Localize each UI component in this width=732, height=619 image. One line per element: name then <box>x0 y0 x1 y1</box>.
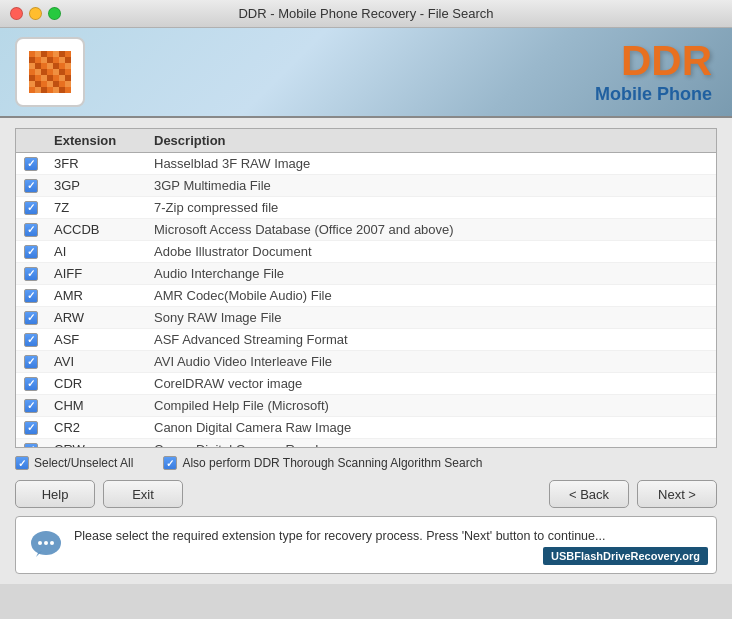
svg-rect-24 <box>41 69 47 75</box>
row-checkbox[interactable] <box>24 223 38 237</box>
table-row[interactable]: 3GP3GP Multimedia File <box>16 175 716 197</box>
also-perform-checkbox[interactable] <box>163 456 177 470</box>
table-row[interactable]: 7Z7-Zip compressed file <box>16 197 716 219</box>
back-button[interactable]: < Back <box>549 480 629 508</box>
row-extension: AIFF <box>54 266 154 281</box>
info-text: Please select the required extension typ… <box>74 527 704 546</box>
table-row[interactable]: AIAdobe Illustrator Document <box>16 241 716 263</box>
check-col-header <box>24 133 54 148</box>
select-all-area[interactable]: Select/Unselect All <box>15 456 133 470</box>
table-row[interactable]: ASFASF Advanced Streaming Format <box>16 329 716 351</box>
svg-rect-19 <box>53 63 59 69</box>
maximize-button[interactable] <box>48 7 61 20</box>
svg-rect-46 <box>47 87 53 93</box>
row-checkbox[interactable] <box>24 355 38 369</box>
table-row[interactable]: AMRAMR Codec(Mobile Audio) File <box>16 285 716 307</box>
svg-rect-30 <box>35 75 41 81</box>
row-extension: AI <box>54 244 154 259</box>
window-controls[interactable] <box>10 7 61 20</box>
svg-rect-13 <box>59 57 65 63</box>
row-description: 7-Zip compressed file <box>154 200 708 215</box>
svg-rect-38 <box>41 81 47 87</box>
exit-button[interactable]: Exit <box>103 480 183 508</box>
row-checkbox[interactable] <box>24 267 38 281</box>
select-all-label: Select/Unselect All <box>34 456 133 470</box>
row-extension: ACCDB <box>54 222 154 237</box>
svg-rect-14 <box>65 57 71 63</box>
svg-rect-47 <box>53 87 59 93</box>
svg-rect-40 <box>53 81 59 87</box>
row-checkbox-cell <box>24 311 54 325</box>
help-button[interactable]: Help <box>15 480 95 508</box>
svg-rect-36 <box>29 81 35 87</box>
row-checkbox-cell <box>24 223 54 237</box>
row-checkbox[interactable] <box>24 377 38 391</box>
row-extension: CDR <box>54 376 154 391</box>
row-checkbox-cell <box>24 245 54 259</box>
svg-rect-48 <box>59 87 65 93</box>
buttons-row: Help Exit < Back Next > <box>15 476 717 512</box>
row-checkbox[interactable] <box>24 333 38 347</box>
svg-rect-27 <box>59 69 65 75</box>
table-row[interactable]: CR2Canon Digital Camera Raw Image <box>16 417 716 439</box>
svg-rect-23 <box>35 69 41 75</box>
app-header: DDR Mobile Phone <box>0 28 732 118</box>
brand-ddr: DDR <box>595 40 712 82</box>
also-perform-area[interactable]: Also perform DDR Thorough Scanning Algor… <box>163 456 482 470</box>
row-checkbox[interactable] <box>24 179 38 193</box>
svg-rect-37 <box>35 81 41 87</box>
svg-rect-35 <box>65 75 71 81</box>
row-checkbox-cell <box>24 421 54 435</box>
row-checkbox-cell <box>24 289 54 303</box>
svg-rect-17 <box>41 63 47 69</box>
table-row[interactable]: CHMCompiled Help File (Microsoft) <box>16 395 716 417</box>
logo-mosaic-svg <box>23 45 77 99</box>
usb-watermark: USBFlashDriveRecovery.org <box>543 547 708 565</box>
row-extension: AVI <box>54 354 154 369</box>
table-row[interactable]: AIFFAudio Interchange File <box>16 263 716 285</box>
brand-area: DDR Mobile Phone <box>595 40 712 105</box>
table-header: Extension Description <box>16 129 716 153</box>
svg-rect-7 <box>65 51 71 57</box>
svg-rect-11 <box>47 57 53 63</box>
table-row[interactable]: CRWCanon Digital Camera Raw Image <box>16 439 716 448</box>
row-description: Canon Digital Camera Raw Image <box>154 420 708 435</box>
row-checkbox[interactable] <box>24 421 38 435</box>
svg-rect-44 <box>35 87 41 93</box>
row-description: AVI Audio Video Interleave File <box>154 354 708 369</box>
row-checkbox[interactable] <box>24 289 38 303</box>
table-row[interactable]: AVIAVI Audio Video Interleave File <box>16 351 716 373</box>
row-extension: ASF <box>54 332 154 347</box>
minimize-button[interactable] <box>29 7 42 20</box>
row-description: Adobe Illustrator Document <box>154 244 708 259</box>
row-checkbox[interactable] <box>24 157 38 171</box>
desc-col-header: Description <box>154 133 708 148</box>
row-extension: 7Z <box>54 200 154 215</box>
svg-rect-26 <box>53 69 59 75</box>
row-checkbox[interactable] <box>24 311 38 325</box>
table-row[interactable]: ACCDBMicrosoft Access Database (Office 2… <box>16 219 716 241</box>
close-button[interactable] <box>10 7 23 20</box>
svg-rect-25 <box>47 69 53 75</box>
next-button[interactable]: Next > <box>637 480 717 508</box>
select-all-checkbox[interactable] <box>15 456 29 470</box>
table-row[interactable]: 3FRHasselblad 3F RAW Image <box>16 153 716 175</box>
row-extension: AMR <box>54 288 154 303</box>
row-checkbox[interactable] <box>24 201 38 215</box>
row-checkbox[interactable] <box>24 399 38 413</box>
row-description: Microsoft Access Database (Office 2007 a… <box>154 222 708 237</box>
table-row[interactable]: CDRCorelDRAW vector image <box>16 373 716 395</box>
row-description: Sony RAW Image File <box>154 310 708 325</box>
row-checkbox[interactable] <box>24 245 38 259</box>
svg-rect-1 <box>29 51 35 57</box>
window-title: DDR - Mobile Phone Recovery - File Searc… <box>238 6 493 21</box>
row-description: Hasselblad 3F RAW Image <box>154 156 708 171</box>
svg-rect-18 <box>47 63 53 69</box>
table-row[interactable]: ARWSony RAW Image File <box>16 307 716 329</box>
svg-rect-34 <box>59 75 65 81</box>
row-extension: CHM <box>54 398 154 413</box>
brand-sub: Mobile Phone <box>595 84 712 105</box>
also-perform-label: Also perform DDR Thorough Scanning Algor… <box>182 456 482 470</box>
extension-table[interactable]: Extension Description 3FRHasselblad 3F R… <box>15 128 717 448</box>
svg-rect-8 <box>29 57 35 63</box>
